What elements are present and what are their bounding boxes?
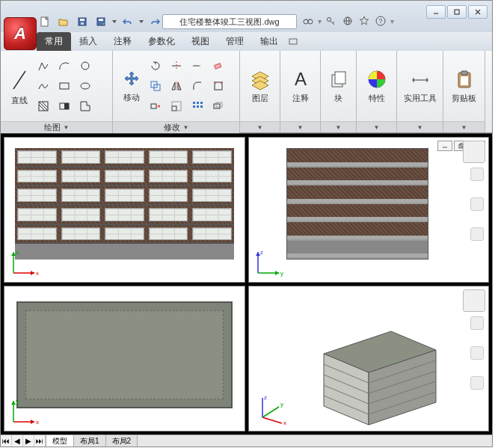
panel-utilities-title[interactable]: ▼ xyxy=(397,121,443,132)
svg-rect-9 xyxy=(99,19,103,21)
tab-expand-icon[interactable] xyxy=(286,37,300,47)
chevron-down-icon: ▼ xyxy=(417,124,423,131)
app-menu-button[interactable]: A xyxy=(4,17,37,50)
explode-icon[interactable] xyxy=(209,77,227,95)
panel-modify-title[interactable]: 修改▼ xyxy=(113,121,239,133)
help-dd-icon[interactable]: ▾ xyxy=(390,17,394,25)
nav-next-icon[interactable]: ▶ xyxy=(23,435,34,447)
help-icon[interactable]: ? xyxy=(374,14,387,28)
layer-button[interactable]: 图层 xyxy=(244,54,276,118)
tab-parametric[interactable]: 参数化 xyxy=(140,32,183,51)
offset-icon[interactable] xyxy=(209,97,227,115)
star-icon[interactable] xyxy=(357,14,371,28)
fillet-icon[interactable] xyxy=(188,77,206,95)
tab-home[interactable]: 常用 xyxy=(37,32,71,51)
ucs-icon: xz xyxy=(9,248,39,277)
spline-icon[interactable] xyxy=(34,77,52,95)
svg-rect-57 xyxy=(216,102,222,107)
gradient-icon[interactable] xyxy=(55,97,73,115)
svg-line-19 xyxy=(333,22,334,23)
view-cube[interactable] xyxy=(463,289,485,312)
svg-text:z: z xyxy=(260,249,263,256)
qat-redo-icon[interactable] xyxy=(147,14,163,29)
nav-first-icon[interactable]: ⏮ xyxy=(1,435,12,447)
tab-manage[interactable]: 管理 xyxy=(218,32,252,51)
nav-bar xyxy=(470,316,484,390)
chevron-down-icon: ▼ xyxy=(461,124,467,131)
erase-icon[interactable] xyxy=(209,57,227,75)
properties-label: 特性 xyxy=(369,93,385,104)
region-icon[interactable] xyxy=(76,97,94,115)
qat-dropdown-icon[interactable] xyxy=(111,20,117,23)
trim-icon[interactable] xyxy=(167,57,185,75)
panel-draw-title[interactable]: 绘图▼ xyxy=(1,121,112,133)
viewport-front[interactable]: xz xyxy=(4,137,245,283)
tab-layout2[interactable]: 布局2 xyxy=(106,435,138,447)
properties-button[interactable]: 特性 xyxy=(360,54,393,118)
panel-clipboard-title[interactable]: ▼ xyxy=(443,121,485,132)
globe-icon[interactable] xyxy=(341,14,354,28)
hatch-icon[interactable] xyxy=(34,97,52,115)
arc-icon[interactable] xyxy=(55,57,73,75)
tab-insert[interactable]: 插入 xyxy=(71,32,105,51)
qat-saveas-icon[interactable] xyxy=(93,14,109,29)
svg-line-26 xyxy=(13,71,25,89)
rotate-icon[interactable] xyxy=(147,57,165,75)
view-cube[interactable] xyxy=(463,141,485,163)
qat-open-icon[interactable] xyxy=(55,14,72,29)
line-button[interactable]: 直线 xyxy=(4,54,34,118)
nav-last-icon[interactable]: ⏭ xyxy=(34,435,46,447)
key-icon[interactable] xyxy=(325,14,338,28)
extend-icon[interactable] xyxy=(188,57,206,75)
stretch-icon[interactable] xyxy=(147,97,165,115)
qat-save-icon[interactable] xyxy=(74,14,90,29)
svg-rect-25 xyxy=(289,39,297,44)
nav-pan-icon[interactable] xyxy=(470,197,484,211)
maximize-button[interactable] xyxy=(447,5,467,19)
panel-block-title[interactable]: ▼ xyxy=(321,121,356,132)
panel-properties-title[interactable]: ▼ xyxy=(357,121,396,132)
array-icon[interactable] xyxy=(188,97,206,115)
tab-annotate[interactable]: 注释 xyxy=(105,32,140,51)
tab-output[interactable]: 输出 xyxy=(252,32,286,51)
qat-undo-dropdown-icon[interactable] xyxy=(138,20,144,23)
copy-icon[interactable] xyxy=(147,77,165,95)
block-button[interactable]: 块 xyxy=(325,54,352,118)
panel-annotation: A 注释 ▼ xyxy=(280,51,321,132)
nav-orbit-icon[interactable] xyxy=(470,227,484,241)
chevron-down-icon: ▼ xyxy=(298,124,304,131)
panel-annotation-title[interactable]: ▼ xyxy=(280,121,320,132)
scale-icon[interactable] xyxy=(167,97,185,115)
nav-orbit-icon[interactable] xyxy=(470,376,484,390)
svg-rect-60 xyxy=(335,72,345,84)
clipboard-button[interactable]: 剪贴板 xyxy=(447,54,481,118)
rectangle-icon[interactable] xyxy=(55,77,73,95)
nav-wheel-icon[interactable] xyxy=(470,316,484,330)
vp-minimize-icon[interactable] xyxy=(437,141,452,151)
minimize-button[interactable] xyxy=(426,5,446,19)
viewport-side[interactable]: yz xyxy=(248,137,490,283)
tab-layout1[interactable]: 布局1 xyxy=(74,435,106,447)
viewport-isometric[interactable]: x y z xyxy=(248,286,490,432)
mirror-icon[interactable] xyxy=(167,77,185,95)
nav-pan-icon[interactable] xyxy=(470,346,484,360)
viewport-top[interactable]: xy xyxy=(4,286,245,432)
tab-view[interactable]: 视图 xyxy=(183,32,218,51)
move-button[interactable]: 移动 xyxy=(117,54,147,118)
svg-line-33 xyxy=(42,102,48,108)
document-title[interactable]: 住宅楼整体竣工三视图.dwg xyxy=(162,14,297,29)
polyline-icon[interactable] xyxy=(34,57,52,75)
qat-undo-icon[interactable] xyxy=(120,14,136,29)
utilities-button[interactable]: 实用工具 xyxy=(401,54,439,118)
nav-prev-icon[interactable]: ◀ xyxy=(12,435,23,447)
qat-new-icon[interactable] xyxy=(37,14,53,29)
tab-model[interactable]: 模型 xyxy=(46,435,74,447)
circle-icon[interactable] xyxy=(76,57,94,75)
close-button[interactable] xyxy=(468,5,488,19)
annotation-button[interactable]: A 注释 xyxy=(284,54,316,118)
ellipse-icon[interactable] xyxy=(76,77,94,95)
panel-layer-title[interactable]: ▼ xyxy=(240,121,280,132)
chevron-down-icon: ▼ xyxy=(336,124,342,131)
binoculars-icon[interactable] xyxy=(301,14,315,28)
nav-wheel-icon[interactable] xyxy=(470,168,484,181)
